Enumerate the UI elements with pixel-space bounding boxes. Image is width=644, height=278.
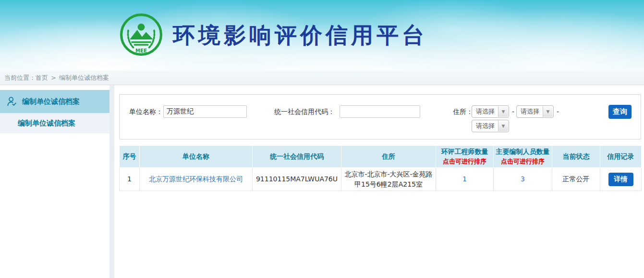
site-title: 环境影响评价信用平台 [173, 21, 427, 51]
table-row: 1 北京万源世纪环保科技有限公司 91110115MA7LWUA76U 北京市-… [120, 168, 642, 191]
user-check-icon [7, 96, 17, 107]
address-district-select[interactable]: 请选择 ▼ [472, 120, 509, 132]
sidebar-item-unit-credit-archive[interactable]: 编制单位诚信档案 [0, 90, 109, 113]
col-header-code: 统一社会信用代码 [253, 146, 341, 168]
detail-button[interactable]: 详情 [608, 173, 633, 186]
breadcrumb-label: 当前位置： [4, 74, 36, 81]
chevron-down-icon: ▼ [498, 121, 508, 131]
chevron-down-icon: ▼ [543, 106, 553, 117]
company-name-link[interactable]: 北京万源世纪环保科技有限公司 [149, 175, 243, 183]
address-city-select[interactable]: 请选择 ▼ [516, 105, 554, 118]
col-header-engineers-title: 环评工程师数量 [441, 148, 488, 155]
address-dash-1: - [512, 105, 514, 118]
query-button[interactable]: 查询 [608, 105, 632, 119]
content-area: 编制单位诚信档案 编制单位诚信档案 单位名称： 统一社会信用代码： 住所： 请选… [0, 85, 644, 278]
site-header: MEE 环境影响评价信用平台 [0, 0, 644, 71]
credit-code-input[interactable] [340, 105, 420, 118]
mee-logo: MEE [119, 13, 163, 59]
breadcrumb-separator: > [51, 74, 56, 81]
cell-address: 北京市-北京市-大兴区-金苑路甲15号6幢2层A215室 [341, 168, 436, 191]
address-province-select[interactable]: 请选择 ▼ [472, 105, 509, 118]
results-table: 序号 单位名称 统一社会信用代码 住所 环评工程师数量点击可进行排序 主要编制人… [119, 145, 642, 191]
col-header-credit: 信用记录 [600, 146, 642, 168]
sidebar-subitem-unit-credit-archive[interactable]: 编制单位诚信档案 [0, 113, 109, 133]
address-dash-2: - [557, 105, 559, 118]
col-header-name: 单位名称 [140, 146, 253, 168]
select-value: 请选择 [517, 106, 542, 117]
cell-status: 正常公开 [552, 168, 600, 191]
address-label: 住所： [453, 105, 473, 118]
cell-credit-code: 91110115MA7LWUA76U [253, 168, 341, 191]
sidebar: 编制单位诚信档案 编制单位诚信档案 [0, 85, 109, 278]
main-panel: 单位名称： 统一社会信用代码： 住所： 请选择 ▼ - 请选择 ▼ - 请选择 … [114, 85, 644, 278]
credit-code-label: 统一社会信用代码： [274, 105, 335, 118]
table-header-row: 序号 单位名称 统一社会信用代码 住所 环评工程师数量点击可进行排序 主要编制人… [120, 146, 642, 168]
col-header-index: 序号 [120, 146, 140, 168]
sidebar-item-label: 编制单位诚信档案 [22, 97, 80, 106]
col-header-address: 住所 [341, 146, 436, 168]
unit-name-label: 单位名称： [129, 105, 163, 118]
mee-logo-text: MEE [135, 48, 147, 53]
chevron-down-icon: ▼ [498, 106, 508, 117]
engineers-count-link[interactable]: 1 [462, 175, 467, 183]
select-value: 请选择 [472, 106, 498, 117]
sidebar-divider [109, 85, 114, 278]
cell-index: 1 [120, 168, 140, 191]
col-header-staff[interactable]: 主要编制人员数量点击可进行排序 [494, 146, 552, 168]
breadcrumb-current: 编制单位诚信档案 [59, 74, 109, 81]
sort-hint[interactable]: 点击可进行排序 [496, 157, 550, 166]
sort-hint[interactable]: 点击可进行排序 [438, 157, 491, 166]
search-panel: 单位名称： 统一社会信用代码： 住所： 请选择 ▼ - 请选择 ▼ - 请选择 … [119, 94, 641, 139]
select-value: 请选择 [472, 120, 498, 132]
staff-count-link[interactable]: 3 [521, 175, 525, 183]
breadcrumb: 当前位置：首页>编制单位诚信档案 [0, 71, 644, 85]
breadcrumb-home-link[interactable]: 首页 [36, 74, 48, 81]
unit-name-input[interactable] [163, 105, 247, 118]
col-header-engineers[interactable]: 环评工程师数量点击可进行排序 [436, 146, 494, 168]
mee-logo-icon: MEE [119, 13, 163, 57]
col-header-staff-title: 主要编制人员数量 [496, 148, 550, 155]
col-header-status: 当前状态 [552, 146, 600, 168]
